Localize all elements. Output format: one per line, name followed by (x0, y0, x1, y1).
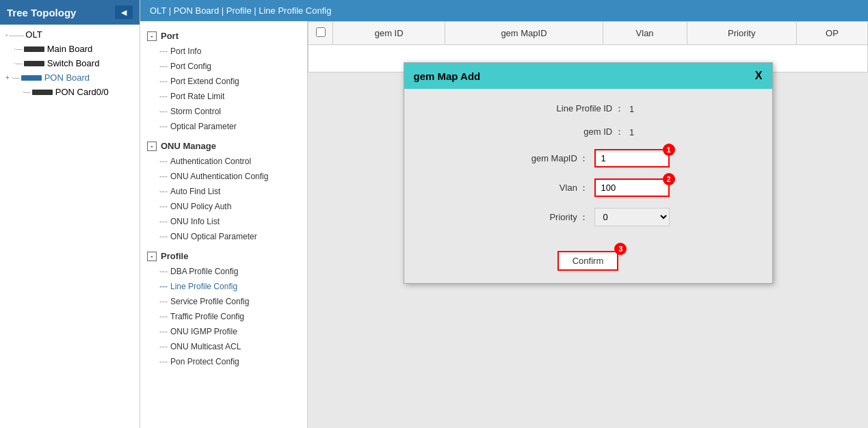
form-row-priority: Priority ： 0 1 2 3 4 5 6 7 (425, 208, 752, 226)
table-header-gem-mapid: gem MapID (445, 22, 603, 45)
nav-section-onu-manage-header[interactable]: - ONU Manage (140, 138, 307, 154)
nav-section-port-header[interactable]: - Port (140, 28, 307, 44)
form-row-line-profile-id: Line Profile ID ： 1 (425, 103, 752, 115)
pon-card-label: PON Card0/0 (55, 87, 109, 97)
nav-item-traffic-profile-config[interactable]: ---Traffic Profile Config (140, 309, 307, 324)
table-header-priority: Priority (687, 22, 797, 45)
vlan-input[interactable] (594, 178, 670, 197)
line-profile-id-value: 1 (629, 104, 634, 114)
pon-board-label: PON Board (44, 72, 90, 83)
pon-board-icon (21, 75, 42, 81)
sidebar-header: Tree Topology ◄ (0, 0, 140, 25)
nav-item-service-profile-config[interactable]: ---Service Profile Config (140, 294, 307, 309)
gem-map-add-modal: gem Map Add X Line Profile ID ： 1 g (404, 62, 773, 284)
priority-label: Priority ： (507, 211, 589, 224)
onu-manage-section-label: ONU Manage (161, 141, 216, 151)
vlan-label: Vlan ： (507, 182, 589, 194)
nav-item-optical-parameter[interactable]: ---Optical Parameter (140, 119, 307, 134)
gem-mapid-input[interactable] (594, 149, 670, 168)
nav-item-onu-optical-param[interactable]: ---ONU Optical Parameter (140, 229, 307, 244)
main-board-label: Main Board (47, 44, 92, 54)
gem-mapid-label: gem MapID ： (507, 152, 589, 165)
nav-item-port-config[interactable]: ---Port Config (140, 59, 307, 74)
port-section-label: Port (161, 31, 179, 41)
right-panel: gem ID gem MapID Vlan Priority OP (308, 21, 868, 428)
tree-item-main-board[interactable]: ·— Main Board (0, 42, 140, 56)
table-header-checkbox (308, 22, 333, 45)
tree-item-switch-board[interactable]: ·— Switch Board (0, 56, 140, 70)
breadcrumb: OLT | PON Board | Profile | Line Profile… (140, 0, 868, 21)
priority-select[interactable]: 0 1 2 3 4 5 6 7 (594, 208, 670, 226)
nav-item-port-info[interactable]: ---Port Info (140, 44, 307, 59)
modal-title: gem Map Add (414, 70, 481, 82)
nav-item-onu-info-list[interactable]: ---ONU Info List (140, 214, 307, 229)
main-content: OLT | PON Board | Profile | Line Profile… (140, 0, 868, 428)
line-profile-id-label: Line Profile ID ： (542, 103, 624, 115)
table-header-vlan: Vlan (603, 22, 687, 45)
olt-label: OLT (25, 29, 42, 40)
pon-card-icon (32, 90, 53, 95)
pon-board-connector: ·— (11, 74, 20, 81)
sidebar-tree: - —— OLT ·— Main Board ·— Switch Board +… (0, 25, 140, 428)
nav-item-auth-control[interactable]: ---Authentication Control (140, 154, 307, 169)
main-board-connector: ·— (14, 45, 23, 53)
confirm-button[interactable]: Confirm (557, 251, 619, 271)
vlan-input-wrapper: 2 (594, 178, 670, 197)
modal-body: Line Profile ID ： 1 gem ID ： 1 gem MapID… (404, 89, 772, 251)
nav-item-storm-control[interactable]: ---Storm Control (140, 104, 307, 119)
nav-item-port-rate-limit[interactable]: ---Port Rate Limit (140, 89, 307, 104)
select-all-checkbox[interactable] (316, 27, 326, 37)
main-board-icon (24, 46, 44, 52)
nav-item-onu-policy-auth[interactable]: ---ONU Policy Auth (140, 199, 307, 214)
nav-menu: - Port ---Port Info ---Port Config ---Po… (140, 21, 308, 428)
form-row-gem-id: gem ID ： 1 (425, 126, 752, 138)
nav-section-profile-header[interactable]: - Profile (140, 248, 307, 264)
form-row-gem-mapid: gem MapID ： 1 (425, 149, 752, 168)
port-section-expand-icon: - (147, 31, 157, 41)
nav-item-onu-auth-config[interactable]: ---ONU Authentication Config (140, 169, 307, 184)
profile-section-label: Profile (161, 251, 188, 261)
step-3-badge: 3 (614, 243, 627, 255)
nav-item-port-extend-config[interactable]: ---Port Extend Config (140, 74, 307, 89)
nav-section-port: - Port ---Port Info ---Port Config ---Po… (140, 28, 307, 134)
sidebar: Tree Topology ◄ - —— OLT ·— Main Board ·… (0, 0, 140, 428)
nav-item-line-profile-config[interactable]: ---Line Profile Config (140, 279, 307, 294)
nav-item-onu-igmp-profile[interactable]: ---ONU IGMP Profile (140, 324, 307, 339)
nav-item-auto-find-list[interactable]: ---Auto Find List (140, 184, 307, 199)
modal-close-button[interactable]: X (755, 70, 763, 82)
switch-board-connector: ·— (14, 59, 23, 67)
switch-board-icon (24, 61, 44, 66)
modal-overlay: gem Map Add X Line Profile ID ： 1 g (404, 62, 773, 284)
tree-item-olt[interactable]: - —— OLT (0, 27, 140, 42)
nav-section-onu-manage: - ONU Manage ---Authentication Control -… (140, 138, 307, 244)
sidebar-toggle-button[interactable]: ◄ (115, 5, 133, 19)
content-area: - Port ---Port Info ---Port Config ---Po… (140, 21, 868, 428)
sidebar-title: Tree Topology (7, 7, 76, 18)
nav-item-dba-profile-config[interactable]: ---DBA Profile Config (140, 264, 307, 279)
form-row-vlan: Vlan ： 2 (425, 178, 752, 197)
confirm-btn-wrapper: Confirm 3 (557, 251, 619, 271)
step-2-badge: 2 (663, 173, 675, 185)
nav-item-pon-protect-config[interactable]: ---Pon Protect Config (140, 354, 307, 369)
table-header-op: OP (797, 22, 868, 45)
nav-section-profile: - Profile ---DBA Profile Config ---Line … (140, 248, 307, 369)
pon-card-connector: ·— (22, 88, 31, 96)
nav-item-onu-multicast-acl[interactable]: ---ONU Multicast ACL (140, 339, 307, 354)
olt-line-icon: —— (9, 31, 24, 39)
profile-section-expand-icon: - (147, 252, 157, 261)
step-1-badge: 1 (663, 144, 675, 156)
switch-board-label: Switch Board (47, 58, 100, 68)
table-header-gem-id: gem ID (333, 22, 445, 45)
modal-header: gem Map Add X (404, 63, 772, 89)
breadcrumb-text: OLT | PON Board | Profile | Line Profile… (150, 5, 331, 16)
gem-id-label: gem ID ： (542, 126, 624, 138)
olt-expand-icon: - (5, 31, 8, 38)
tree-item-pon-board[interactable]: + ·— PON Board (0, 70, 140, 85)
onu-manage-section-expand-icon: - (147, 142, 157, 151)
gem-id-value: 1 (629, 127, 634, 137)
pon-board-expand-icon: + (5, 74, 10, 81)
tree-item-pon-card[interactable]: ·— PON Card0/0 (0, 85, 140, 99)
modal-footer: Confirm 3 (404, 251, 772, 283)
gem-mapid-input-wrapper: 1 (594, 149, 670, 168)
